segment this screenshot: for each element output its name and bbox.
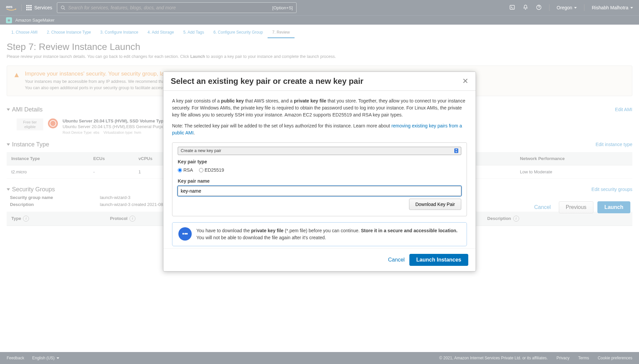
ed25519-radio[interactable] bbox=[199, 168, 203, 172]
keypair-type-ed25519[interactable]: ED25519 bbox=[199, 167, 224, 174]
keypair-info-box: You have to download the private key fil… bbox=[172, 222, 467, 246]
keypair-type-rsa[interactable]: RSA bbox=[178, 167, 193, 174]
modal-cancel-button[interactable]: Cancel bbox=[388, 254, 405, 266]
keypair-form: Create a new key pair Key pair type RSA … bbox=[172, 142, 467, 216]
key-pair-modal: Select an existing key pair or create a … bbox=[163, 72, 476, 272]
modal-p1: A key pair consists of a public key that… bbox=[172, 97, 467, 118]
keypair-info-text: You have to download the private key fil… bbox=[196, 227, 461, 241]
keypair-name-label: Key pair name bbox=[178, 178, 461, 185]
modal-p2: Note: The selected key pair will be adde… bbox=[172, 122, 467, 136]
keypair-mode-select[interactable]: Create a new key pair bbox=[178, 147, 461, 155]
speech-bubble-icon bbox=[178, 227, 192, 241]
modal-backdrop: Select an existing key pair or create a … bbox=[0, 0, 639, 364]
keypair-type-label: Key pair type bbox=[178, 158, 461, 165]
modal-body: A key pair consists of a public key that… bbox=[163, 91, 476, 248]
close-icon[interactable]: ✕ bbox=[462, 77, 468, 86]
launch-instances-button[interactable]: Launch Instances bbox=[409, 254, 468, 266]
download-keypair-button[interactable]: Download Key Pair bbox=[409, 199, 461, 210]
modal-footer: Cancel Launch Instances bbox=[163, 248, 476, 271]
modal-title: Select an existing key pair or create a … bbox=[171, 77, 363, 86]
rsa-radio[interactable] bbox=[178, 168, 182, 172]
select-arrows-icon bbox=[454, 148, 458, 153]
keypair-name-input[interactable] bbox=[178, 186, 461, 196]
keypair-type-radios: RSA ED25519 bbox=[178, 167, 461, 174]
modal-header: Select an existing key pair or create a … bbox=[163, 72, 476, 91]
